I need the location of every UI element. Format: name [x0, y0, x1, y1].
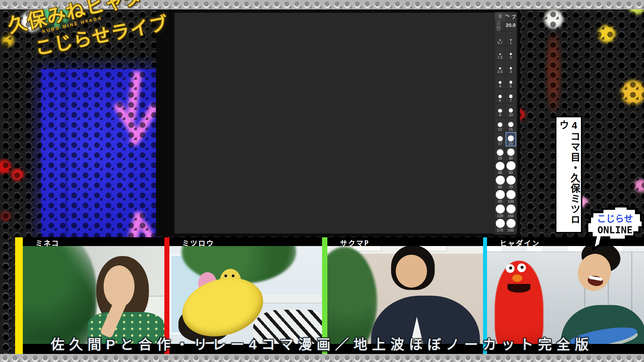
brush-size-60[interactable]: 60 — [495, 175, 505, 190]
brush-size-4[interactable]: 4 — [495, 74, 505, 89]
brush-size-20[interactable]: 20 — [505, 132, 516, 146]
paint-app-window — [156, 10, 520, 236]
brush-panel-header: ☰ ✎ ブ 20.0 — [495, 12, 516, 31]
brush-size-2[interactable]: 2 — [505, 46, 516, 60]
brush-size-25[interactable]: 25 — [495, 146, 505, 161]
brush-size-panel: ☰ ✎ ブ 20.0 0.711.522.5345678101215172025… — [495, 12, 516, 235]
badge-line1: こじらせ — [597, 214, 633, 224]
paint-workspace — [174, 13, 517, 234]
brush-size-120[interactable]: 120 — [495, 204, 505, 219]
brush-size-grid: 0.711.522.534567810121517202530405060708… — [495, 31, 516, 233]
brush-size-1.5[interactable]: 1.5 — [495, 46, 505, 60]
name-bar: ミネコ — [23, 237, 164, 246]
brush-size-100[interactable]: 100 — [505, 190, 516, 204]
brush-size-40[interactable]: 40 — [495, 161, 505, 175]
brush-size-50[interactable]: 50 — [505, 161, 516, 175]
brush-icon: ✎ — [504, 12, 511, 19]
feed-name: ミツロウ — [182, 238, 214, 248]
brush-size-200[interactable]: 200 — [505, 219, 516, 233]
feed-name: ヒャダイン — [500, 238, 540, 248]
name-bar: ミツロウ — [169, 237, 322, 246]
brush-size-150[interactable]: 150 — [505, 204, 516, 219]
brush-tool-label: ブ — [512, 13, 516, 20]
brush-size-1[interactable]: 1 — [505, 31, 516, 46]
brush-size-170[interactable]: 170 — [495, 219, 505, 233]
name-bar: サクマP — [327, 237, 483, 246]
online-badge: こじらせ ONLINE — [582, 204, 644, 255]
feed-name: ミネコ — [36, 238, 60, 248]
person-face — [396, 255, 427, 287]
brush-size-15[interactable]: 15 — [505, 118, 516, 132]
feed-name: サクマP — [340, 238, 370, 248]
brush-size-80[interactable]: 80 — [495, 190, 505, 204]
brush-size-8[interactable]: 8 — [495, 103, 505, 118]
brush-size-2.5[interactable]: 2.5 — [495, 60, 505, 74]
brush-size-5[interactable]: 5 — [505, 74, 516, 89]
elmo-pupils — [509, 266, 512, 269]
brush-size-17[interactable]: 17 — [495, 132, 505, 146]
brush-size-30[interactable]: 30 — [505, 146, 516, 161]
brush-size-3[interactable]: 3 — [505, 60, 516, 74]
brush-size-value[interactable]: 20.0 — [506, 22, 516, 28]
brush-size-7[interactable]: 7 — [505, 89, 516, 103]
panel-menu-button[interactable]: ☰ — [495, 13, 505, 21]
metal-strip-bottom — [0, 354, 644, 362]
screen: 久保みねヒャダ KUBO MINE HYADA こじらせライブ — [0, 0, 644, 362]
brush-size-0.7[interactable]: 0.7 — [495, 31, 505, 46]
badge-line2: ONLINE — [597, 224, 633, 236]
brush-size-6[interactable]: 6 — [495, 89, 505, 103]
elmo-mouth — [507, 284, 530, 293]
brush-size-10[interactable]: 10 — [505, 103, 516, 118]
segment-caption: 4コマ目・久保ミツロウ — [555, 116, 582, 233]
subtitle-text: 佐久間Pと合作・リレー4コマ漫画／地上波ほぼノーカット完全版 — [0, 333, 644, 353]
brush-slider-icon[interactable] — [497, 21, 500, 32]
brush-size-70[interactable]: 70 — [505, 175, 516, 190]
brush-size-12[interactable]: 12 — [495, 118, 505, 132]
